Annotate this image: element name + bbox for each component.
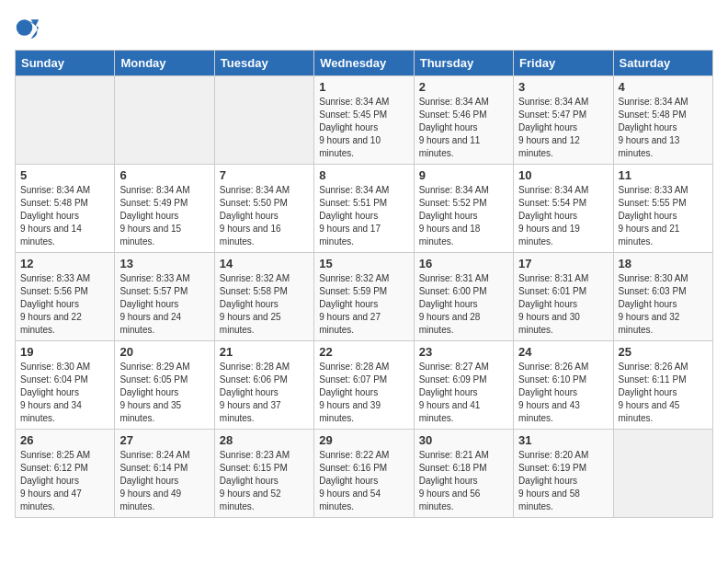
calendar-cell: 6Sunrise: 8:34 AMSunset: 5:49 PMDaylight… bbox=[115, 165, 214, 253]
calendar-week-row: 5Sunrise: 8:34 AMSunset: 5:48 PMDaylight… bbox=[16, 165, 713, 253]
calendar-cell: 23Sunrise: 8:27 AMSunset: 6:09 PMDayligh… bbox=[414, 341, 513, 430]
day-info: Sunrise: 8:34 AMSunset: 5:50 PMDaylight … bbox=[220, 184, 309, 248]
day-number: 6 bbox=[119, 168, 209, 182]
calendar-cell: 10Sunrise: 8:34 AMSunset: 5:54 PMDayligh… bbox=[514, 165, 613, 253]
calendar-cell: 15Sunrise: 8:32 AMSunset: 5:59 PMDayligh… bbox=[314, 253, 414, 341]
day-info: Sunrise: 8:34 AMSunset: 5:51 PMDaylight … bbox=[319, 184, 408, 248]
calendar-cell: 12Sunrise: 8:33 AMSunset: 5:56 PMDayligh… bbox=[16, 253, 115, 341]
calendar-cell: 14Sunrise: 8:32 AMSunset: 5:58 PMDayligh… bbox=[214, 253, 313, 341]
day-number: 5 bbox=[20, 168, 109, 182]
day-info: Sunrise: 8:34 AMSunset: 5:48 PMDaylight … bbox=[619, 96, 708, 160]
day-info: Sunrise: 8:34 AMSunset: 5:52 PMDaylight … bbox=[419, 184, 508, 248]
calendar-cell: 24Sunrise: 8:26 AMSunset: 6:10 PMDayligh… bbox=[514, 341, 613, 430]
day-number: 24 bbox=[518, 345, 608, 359]
day-number: 23 bbox=[419, 345, 508, 359]
weekday-header: Tuesday bbox=[214, 51, 313, 76]
calendar-cell: 5Sunrise: 8:34 AMSunset: 5:48 PMDaylight… bbox=[16, 165, 115, 253]
day-number: 2 bbox=[419, 80, 508, 94]
day-number: 9 bbox=[419, 168, 508, 182]
day-info: Sunrise: 8:30 AMSunset: 6:04 PMDaylight … bbox=[20, 361, 109, 425]
calendar-cell: 7Sunrise: 8:34 AMSunset: 5:50 PMDaylight… bbox=[214, 165, 313, 253]
day-info: Sunrise: 8:33 AMSunset: 5:57 PMDaylight … bbox=[119, 272, 209, 337]
day-info: Sunrise: 8:34 AMSunset: 5:46 PMDaylight … bbox=[419, 96, 508, 160]
day-number: 1 bbox=[319, 80, 408, 94]
day-info: Sunrise: 8:23 AMSunset: 6:15 PMDaylight … bbox=[220, 449, 309, 513]
day-number: 8 bbox=[319, 168, 408, 182]
day-number: 21 bbox=[220, 345, 309, 359]
day-number: 7 bbox=[220, 168, 309, 182]
day-number: 12 bbox=[20, 257, 109, 270]
day-number: 20 bbox=[119, 345, 209, 359]
calendar-cell: 29Sunrise: 8:22 AMSunset: 6:16 PMDayligh… bbox=[314, 430, 414, 518]
day-info: Sunrise: 8:31 AMSunset: 6:00 PMDaylight … bbox=[419, 272, 508, 337]
calendar-cell: 26Sunrise: 8:25 AMSunset: 6:12 PMDayligh… bbox=[16, 430, 115, 518]
day-info: Sunrise: 8:25 AMSunset: 6:12 PMDaylight … bbox=[20, 449, 109, 513]
logo bbox=[15, 15, 44, 40]
weekday-header: Monday bbox=[115, 51, 214, 76]
weekday-header: Sunday bbox=[16, 51, 115, 76]
calendar-cell: 30Sunrise: 8:21 AMSunset: 6:18 PMDayligh… bbox=[414, 430, 513, 518]
day-info: Sunrise: 8:34 AMSunset: 5:48 PMDaylight … bbox=[20, 184, 109, 248]
page-header bbox=[15, 15, 713, 40]
calendar-cell: 20Sunrise: 8:29 AMSunset: 6:05 PMDayligh… bbox=[115, 341, 214, 430]
day-info: Sunrise: 8:27 AMSunset: 6:09 PMDaylight … bbox=[419, 361, 508, 425]
day-number: 18 bbox=[619, 257, 708, 270]
day-info: Sunrise: 8:28 AMSunset: 6:07 PMDaylight … bbox=[319, 361, 408, 425]
day-number: 10 bbox=[518, 168, 608, 182]
calendar-cell bbox=[214, 76, 313, 165]
calendar-cell: 27Sunrise: 8:24 AMSunset: 6:14 PMDayligh… bbox=[115, 430, 214, 518]
weekday-header: Saturday bbox=[613, 51, 712, 76]
calendar-week-row: 12Sunrise: 8:33 AMSunset: 5:56 PMDayligh… bbox=[16, 253, 713, 341]
calendar-cell bbox=[115, 76, 214, 165]
day-info: Sunrise: 8:32 AMSunset: 5:59 PMDaylight … bbox=[319, 272, 408, 337]
day-info: Sunrise: 8:33 AMSunset: 5:55 PMDaylight … bbox=[619, 184, 708, 248]
calendar-cell: 1Sunrise: 8:34 AMSunset: 5:45 PMDaylight… bbox=[314, 76, 414, 165]
calendar-week-row: 19Sunrise: 8:30 AMSunset: 6:04 PMDayligh… bbox=[16, 341, 713, 430]
day-info: Sunrise: 8:33 AMSunset: 5:56 PMDaylight … bbox=[20, 272, 109, 337]
day-info: Sunrise: 8:34 AMSunset: 5:45 PMDaylight … bbox=[319, 96, 408, 160]
day-info: Sunrise: 8:28 AMSunset: 6:06 PMDaylight … bbox=[220, 361, 309, 425]
calendar-cell: 22Sunrise: 8:28 AMSunset: 6:07 PMDayligh… bbox=[314, 341, 414, 430]
logo-icon bbox=[15, 15, 40, 40]
day-info: Sunrise: 8:34 AMSunset: 5:49 PMDaylight … bbox=[119, 184, 209, 248]
calendar-cell: 13Sunrise: 8:33 AMSunset: 5:57 PMDayligh… bbox=[115, 253, 214, 341]
calendar-cell: 8Sunrise: 8:34 AMSunset: 5:51 PMDaylight… bbox=[314, 165, 414, 253]
day-info: Sunrise: 8:22 AMSunset: 6:16 PMDaylight … bbox=[319, 449, 408, 513]
svg-point-0 bbox=[17, 19, 33, 36]
day-number: 16 bbox=[419, 257, 508, 270]
day-number: 15 bbox=[319, 257, 408, 270]
calendar-cell: 28Sunrise: 8:23 AMSunset: 6:15 PMDayligh… bbox=[214, 430, 313, 518]
day-number: 25 bbox=[619, 345, 708, 359]
calendar-cell: 25Sunrise: 8:26 AMSunset: 6:11 PMDayligh… bbox=[613, 341, 712, 430]
day-number: 14 bbox=[220, 257, 309, 270]
calendar-cell: 31Sunrise: 8:20 AMSunset: 6:19 PMDayligh… bbox=[514, 430, 613, 518]
calendar-cell: 9Sunrise: 8:34 AMSunset: 5:52 PMDaylight… bbox=[414, 165, 513, 253]
day-info: Sunrise: 8:24 AMSunset: 6:14 PMDaylight … bbox=[119, 449, 209, 513]
calendar-cell: 16Sunrise: 8:31 AMSunset: 6:00 PMDayligh… bbox=[414, 253, 513, 341]
calendar-cell: 3Sunrise: 8:34 AMSunset: 5:47 PMDaylight… bbox=[514, 76, 613, 165]
calendar-cell: 4Sunrise: 8:34 AMSunset: 5:48 PMDaylight… bbox=[613, 76, 712, 165]
day-number: 17 bbox=[518, 257, 608, 270]
calendar-cell: 17Sunrise: 8:31 AMSunset: 6:01 PMDayligh… bbox=[514, 253, 613, 341]
calendar-cell: 2Sunrise: 8:34 AMSunset: 5:46 PMDaylight… bbox=[414, 76, 513, 165]
day-info: Sunrise: 8:21 AMSunset: 6:18 PMDaylight … bbox=[419, 449, 508, 513]
day-info: Sunrise: 8:20 AMSunset: 6:19 PMDaylight … bbox=[518, 449, 608, 513]
day-info: Sunrise: 8:29 AMSunset: 6:05 PMDaylight … bbox=[119, 361, 209, 425]
calendar-cell bbox=[613, 430, 712, 518]
day-info: Sunrise: 8:34 AMSunset: 5:54 PMDaylight … bbox=[518, 184, 608, 248]
day-number: 4 bbox=[619, 80, 708, 94]
day-number: 13 bbox=[119, 257, 209, 270]
day-number: 28 bbox=[220, 433, 309, 447]
calendar-cell: 21Sunrise: 8:28 AMSunset: 6:06 PMDayligh… bbox=[214, 341, 313, 430]
calendar-cell: 18Sunrise: 8:30 AMSunset: 6:03 PMDayligh… bbox=[613, 253, 712, 341]
day-number: 11 bbox=[619, 168, 708, 182]
calendar-cell: 11Sunrise: 8:33 AMSunset: 5:55 PMDayligh… bbox=[613, 165, 712, 253]
calendar-week-row: 26Sunrise: 8:25 AMSunset: 6:12 PMDayligh… bbox=[16, 430, 713, 518]
day-number: 3 bbox=[518, 80, 608, 94]
weekday-header: Thursday bbox=[414, 51, 513, 76]
weekday-header: Wednesday bbox=[314, 51, 414, 76]
day-info: Sunrise: 8:34 AMSunset: 5:47 PMDaylight … bbox=[518, 96, 608, 160]
day-number: 26 bbox=[20, 433, 109, 447]
weekday-header: Friday bbox=[514, 51, 613, 76]
day-info: Sunrise: 8:31 AMSunset: 6:01 PMDaylight … bbox=[518, 272, 608, 337]
